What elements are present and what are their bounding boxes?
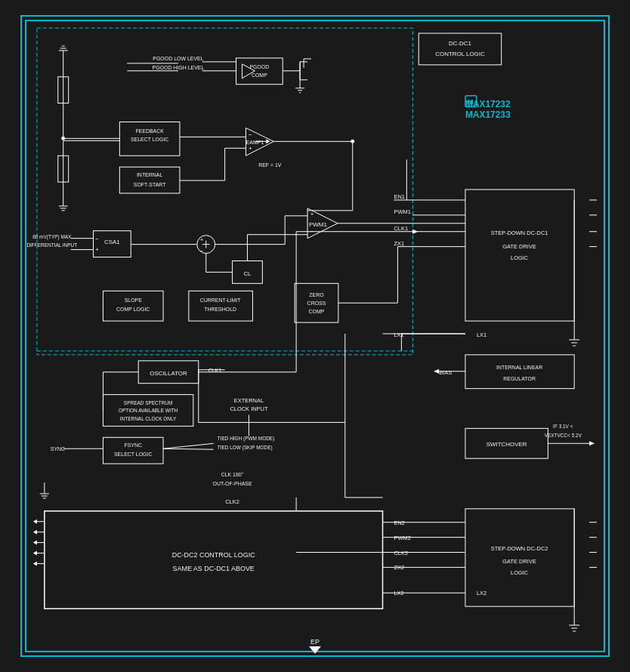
svg-text:DC-DC1: DC-DC1	[449, 40, 472, 47]
svg-text:COMP: COMP	[252, 72, 267, 78]
svg-text:CONTROL LOGIC: CONTROL LOGIC	[435, 51, 485, 57]
svg-text:PGOOD LOW LEVEL: PGOOD LOW LEVEL	[153, 56, 203, 61]
svg-text:MAX17233: MAX17233	[465, 109, 511, 120]
svg-text:EP: EP	[310, 638, 320, 646]
svg-text:SWITCHOVER: SWITCHOVER	[486, 441, 527, 448]
svg-text:STEP-DOWN DC-DC2: STEP-DOWN DC-DC2	[491, 545, 548, 552]
svg-text:PGOOD HIGH LEVEL: PGOOD HIGH LEVEL	[153, 65, 205, 70]
svg-text:EAMP1: EAMP1	[246, 140, 264, 145]
svg-text:CROSS: CROSS	[307, 301, 326, 306]
svg-text:LX2: LX2	[477, 590, 486, 596]
svg-text:OUT-OF-PHASE: OUT-OF-PHASE	[212, 481, 252, 486]
svg-text:PGOOD: PGOOD	[249, 64, 269, 69]
svg-text:+: +	[95, 246, 99, 253]
diagram-container: DC-DC1 CONTROL LOGIC M MAX17232 MAX17233…	[20, 15, 610, 657]
svg-text:EN1: EN1	[394, 193, 405, 200]
svg-text:CSA1: CSA1	[104, 239, 120, 245]
svg-text:SAME AS DC-DC1 ABOVE: SAME AS DC-DC1 ABOVE	[173, 565, 255, 572]
svg-text:THRESHOLD: THRESHOLD	[204, 307, 236, 312]
svg-text:DIFFERENTIAL INPUT: DIFFERENTIAL INPUT	[26, 242, 77, 248]
svg-text:CL: CL	[243, 270, 252, 277]
svg-text:PWM1: PWM1	[394, 208, 410, 215]
svg-point-60	[61, 137, 65, 140]
svg-text:SPREAD SPECTRUM: SPREAD SPECTRUM	[124, 400, 173, 405]
svg-text:SYNC: SYNC	[51, 446, 65, 452]
circuit-diagram: DC-DC1 CONTROL LOGIC M MAX17232 MAX17233…	[22, 17, 608, 655]
svg-text:CLK 180°: CLK 180°	[221, 472, 244, 477]
svg-text:LX1: LX1	[394, 331, 403, 338]
svg-text:IF 3.1V <: IF 3.1V <	[553, 424, 573, 429]
svg-text:COMP: COMP	[309, 309, 325, 314]
svg-text:SLOPE: SLOPE	[125, 297, 143, 303]
svg-text:REGULATOR: REGULATOR	[503, 376, 536, 381]
svg-text:MAX17232: MAX17232	[465, 99, 511, 109]
svg-point-208	[351, 140, 354, 143]
svg-text:CLK1: CLK1	[394, 225, 408, 232]
svg-text:STEP-DOWN DC-DC1: STEP-DOWN DC-DC1	[491, 230, 548, 236]
svg-text:+: +	[310, 211, 314, 217]
svg-text:−: −	[200, 248, 204, 254]
svg-text:DC-DC2 CONTROL LOGIC: DC-DC2 CONTROL LOGIC	[172, 551, 255, 559]
svg-text:BIAS: BIAS	[439, 369, 452, 376]
svg-text:VEXTVCC< 5.2V: VEXTVCC< 5.2V	[545, 433, 582, 438]
svg-text:CURRENT-LIMIT: CURRENT-LIMIT	[200, 297, 241, 303]
svg-text:SELECT LOGIC: SELECT LOGIC	[114, 452, 153, 457]
svg-text:+: +	[249, 145, 252, 152]
svg-text:TIED HIGH (PWM MODE): TIED HIGH (PWM MODE)	[218, 436, 275, 442]
svg-text:CLOCK INPUT: CLOCK INPUT	[230, 405, 268, 412]
svg-text:−: −	[310, 228, 314, 235]
svg-text:LOGIC: LOGIC	[511, 254, 529, 261]
svg-text:FEEDBACK: FEEDBACK	[135, 128, 164, 134]
svg-text:OSCILLATOR: OSCILLATOR	[150, 370, 187, 377]
svg-text:ZX1: ZX1	[394, 240, 404, 247]
svg-text:CLK2: CLK2	[225, 498, 239, 505]
svg-text:LOGIC: LOGIC	[511, 569, 529, 576]
svg-text:SELECT LOGIC: SELECT LOGIC	[131, 137, 169, 142]
svg-text:COMP LOGIC: COMP LOGIC	[116, 307, 150, 312]
svg-text:+: +	[200, 236, 204, 243]
svg-text:REF = 1V: REF = 1V	[258, 162, 282, 168]
svg-text:INTERNAL: INTERNAL	[137, 172, 163, 177]
svg-text:INTERNAL CLOCK ONLY: INTERNAL CLOCK ONLY	[120, 416, 177, 421]
svg-text:INTERNAL LINEAR: INTERNAL LINEAR	[496, 365, 542, 370]
svg-text:ZERO: ZERO	[309, 292, 324, 297]
svg-text:−: −	[249, 131, 252, 138]
svg-text:SOFT-START: SOFT-START	[134, 182, 166, 187]
svg-text:OPTION AVAILABLE WITH: OPTION AVAILABLE WITH	[119, 408, 178, 413]
svg-text:80 mV(TYP) MAX: 80 mV(TYP) MAX	[32, 234, 72, 240]
svg-text:LX1: LX1	[477, 331, 486, 338]
svg-text:FSYNC: FSYNC	[124, 442, 142, 448]
svg-text:EXTERNAL: EXTERNAL	[234, 397, 264, 404]
svg-text:−: −	[95, 236, 99, 242]
svg-text:GATE DRIVE: GATE DRIVE	[502, 558, 536, 565]
svg-text:TIED LOW (SKIP MODE): TIED LOW (SKIP MODE)	[218, 445, 273, 451]
svg-text:GATE DRIVE: GATE DRIVE	[502, 243, 536, 250]
svg-text:PWM1: PWM1	[309, 221, 327, 228]
